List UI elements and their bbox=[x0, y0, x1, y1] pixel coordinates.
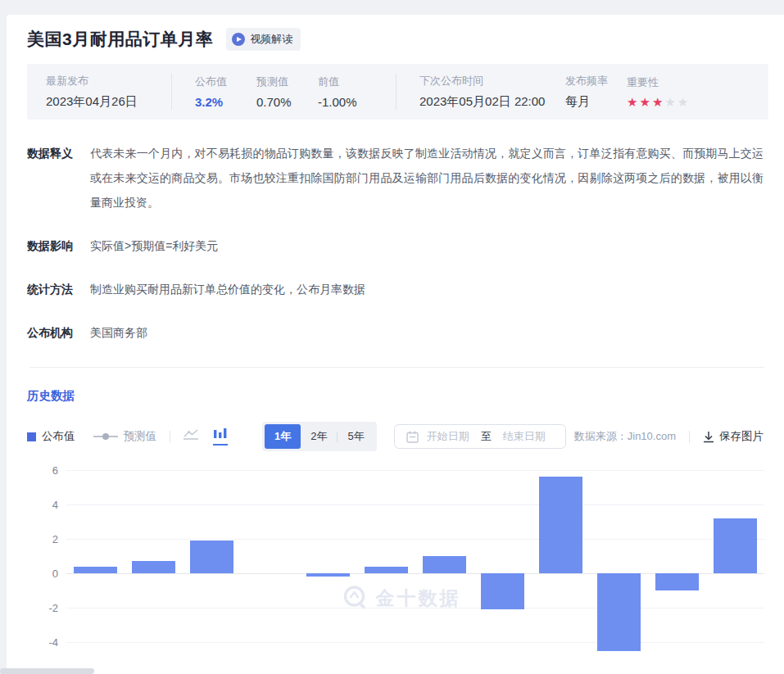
stat-next-release: 下次公布时间 2023年05月02日 22:00 bbox=[397, 74, 565, 110]
info-row-definition: 数据释义 代表未来一个月内，对不易耗损的物品订购数量，该数据反映了制造业活动情况… bbox=[27, 141, 774, 215]
star-icon: ★ bbox=[652, 95, 664, 109]
stat-label: 发布频率 bbox=[565, 74, 627, 88]
content-card: 美国3月耐用品订单月率 视频解读 最新发布 2023年04月26日 公布值 3.… bbox=[7, 15, 784, 674]
info-text: 代表未来一个月内，对不易耗损的物品订购数量，该数据反映了制造业活动情况，就定义而… bbox=[90, 141, 774, 215]
header: 美国3月耐用品订单月率 视频解读 bbox=[27, 28, 774, 51]
stat-frequency: 发布频率 每月 bbox=[565, 74, 627, 110]
stat-label: 公布值 bbox=[195, 75, 256, 89]
info-label: 数据影响 bbox=[27, 233, 78, 258]
y-tick-label: -4 bbox=[48, 636, 58, 649]
start-date-input[interactable]: 开始日期 bbox=[427, 429, 469, 444]
stat-label: 前值 bbox=[318, 75, 396, 89]
period-toggle-group: 1年 2年 5年 bbox=[262, 422, 377, 451]
page-title: 美国3月耐用品订单月率 bbox=[27, 28, 213, 51]
info-section: 数据释义 代表未来一个月内，对不易耗损的物品订购数量，该数据反映了制造业活动情况… bbox=[27, 141, 774, 345]
legend-published[interactable]: 公布值 bbox=[27, 429, 75, 444]
stat-previous: 前值 -1.00% bbox=[318, 75, 396, 109]
stat-value: 0.70% bbox=[256, 95, 318, 109]
info-label: 公布机构 bbox=[27, 320, 78, 345]
play-icon bbox=[232, 33, 245, 46]
data-source-text: 数据来源：Jin10.com bbox=[574, 429, 676, 444]
history-section-title: 历史数据 bbox=[27, 388, 774, 404]
gridline bbox=[66, 470, 764, 471]
legend-published-swatch bbox=[27, 432, 36, 441]
y-tick-label: 4 bbox=[52, 499, 58, 511]
download-icon bbox=[703, 431, 714, 443]
history-bar-chart: 6420-2-4-6 金十数据 2022年 4月2022年 6月2022年 8月… bbox=[27, 470, 774, 674]
bar-2022年10月 bbox=[423, 556, 466, 573]
save-image-button[interactable]: 保存图片 bbox=[703, 429, 764, 444]
y-tick-label: 6 bbox=[52, 464, 58, 477]
star-icon: ★ bbox=[664, 95, 677, 109]
end-date-input[interactable]: 结束日期 bbox=[503, 429, 546, 444]
info-label: 统计方法 bbox=[27, 277, 78, 301]
bar-2022年12月 bbox=[539, 477, 582, 573]
video-explain-button[interactable]: 视频解读 bbox=[226, 28, 301, 51]
bar-2023年1月 bbox=[597, 573, 641, 651]
stat-value: 2023年04月26日 bbox=[46, 94, 171, 110]
bar-chart-icon bbox=[213, 428, 228, 439]
line-chart-icon bbox=[184, 429, 200, 440]
gridline bbox=[66, 608, 764, 608]
divider bbox=[170, 431, 170, 443]
y-tick-label: 0 bbox=[52, 568, 58, 580]
legend-published-label: 公布值 bbox=[42, 429, 75, 444]
gridline bbox=[66, 642, 764, 643]
bar-2022年4月 bbox=[74, 567, 117, 573]
info-text: 实际值>预期值=利好美元 bbox=[90, 233, 229, 258]
star-icon: ★ bbox=[639, 95, 651, 109]
info-label: 数据释义 bbox=[27, 141, 78, 165]
chart-plot: 金十数据 bbox=[66, 470, 764, 674]
info-row-method: 统计方法 制造业购买耐用品新订单总价值的变化，公布月率数据 bbox=[27, 277, 774, 301]
legend-forecast-swatch bbox=[93, 436, 118, 437]
stat-label: 预测值 bbox=[256, 75, 318, 89]
chart-controls: 公布值 预测值 1年 bbox=[27, 424, 774, 449]
star-icon: ★ bbox=[627, 95, 639, 109]
horizontal-scrollbar[interactable] bbox=[0, 668, 94, 674]
stat-value: -1.00% bbox=[318, 95, 396, 109]
calendar-icon bbox=[406, 431, 419, 443]
bar-chart-toggle[interactable] bbox=[213, 428, 228, 446]
stat-latest-release: 最新发布 2023年04月26日 bbox=[46, 74, 171, 110]
stat-value-published: 3.2% bbox=[195, 95, 256, 109]
date-range-separator: 至 bbox=[481, 429, 492, 444]
info-text: 制造业购买耐用品新订单总价值的变化，公布月率数据 bbox=[90, 277, 376, 301]
bar-2022年9月 bbox=[365, 567, 408, 573]
gridline bbox=[66, 504, 764, 505]
info-text: 美国商务部 bbox=[90, 320, 158, 345]
star-icon: ★ bbox=[678, 95, 690, 109]
gridline bbox=[66, 539, 764, 540]
stat-published: 公布值 3.2% bbox=[172, 75, 256, 109]
info-row-agency: 公布机构 美国商务部 bbox=[27, 320, 774, 345]
y-tick-label: 2 bbox=[52, 533, 58, 545]
period-2y-button[interactable]: 2年 bbox=[301, 424, 337, 449]
bar-2023年2月 bbox=[655, 573, 699, 590]
legend-forecast-label: 预测值 bbox=[124, 429, 157, 444]
video-explain-label: 视频解读 bbox=[250, 32, 292, 47]
bar-2023年3月 bbox=[714, 518, 757, 573]
stat-value: 每月 bbox=[565, 94, 627, 110]
date-range-picker[interactable]: 开始日期 至 结束日期 bbox=[394, 424, 566, 449]
section-divider bbox=[29, 367, 764, 368]
stat-forecast: 预测值 0.70% bbox=[256, 75, 318, 109]
bar-2022年11月 bbox=[481, 573, 524, 609]
period-1y-button[interactable]: 1年 bbox=[265, 424, 301, 449]
legend-forecast[interactable]: 预测值 bbox=[93, 429, 157, 444]
divider bbox=[689, 431, 690, 443]
save-image-label: 保存图片 bbox=[719, 429, 764, 444]
info-row-impact: 数据影响 实际值>预期值=利好美元 bbox=[27, 233, 774, 258]
bar-2022年8月 bbox=[306, 573, 350, 577]
y-tick-label: -2 bbox=[48, 602, 58, 614]
stat-label: 重要性 bbox=[627, 75, 690, 90]
importance-stars: ★★★★★ bbox=[627, 96, 690, 108]
stat-label: 下次公布时间 bbox=[419, 74, 565, 88]
period-5y-button[interactable]: 5年 bbox=[338, 424, 374, 449]
line-chart-toggle[interactable] bbox=[184, 429, 200, 445]
stat-importance: 重要性 ★★★★★ bbox=[627, 75, 690, 108]
bar-2022年5月 bbox=[132, 561, 175, 573]
stat-value: 2023年05月02日 22:00 bbox=[419, 94, 565, 110]
stat-label: 最新发布 bbox=[46, 74, 171, 88]
bar-2022年6月 bbox=[190, 541, 233, 573]
stats-bar: 最新发布 2023年04月26日 公布值 3.2% 预测值 0.70% 前值 -… bbox=[27, 64, 768, 120]
chart-y-axis: 6420-2-4-6 bbox=[27, 470, 58, 674]
